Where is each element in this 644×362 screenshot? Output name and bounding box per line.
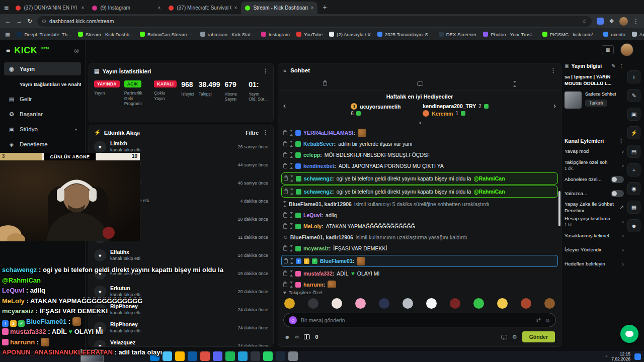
chat-username[interactable]: harrunn [303,282,325,288]
bookmark-item[interactable]: Photon - Your Trust... [483,32,535,37]
bookmark-item[interactable]: YouTube [296,32,323,37]
tab-search-icon[interactable]: ▦ [4,5,9,11]
shared-chat-icon[interactable]: ☻ [284,334,290,340]
gifter-name[interactable]: ucuyorsunmelih [360,104,400,110]
action-ai-moderation[interactable]: Yapay Zeka ile Sohbet Denetimi↗ [565,201,624,215]
bookmark-item[interactable]: DEX Screener [439,32,477,37]
bookmark-item[interactable]: PIGSMC - kick.com/... [542,32,597,37]
activity-menu-icon[interactable]: ⋮ [263,129,268,136]
emote-shortcut[interactable] [379,298,389,309]
translate-icon[interactable]: ⇄ [536,317,541,323]
emote-shortcut[interactable] [308,298,318,309]
bookmark-item[interactable]: Axiom [632,32,644,37]
delete-message-icon[interactable] [284,190,288,194]
broadcast-icon[interactable]: ◉ [627,182,640,195]
chat-username[interactable]: mustafa332 [303,270,334,277]
sidebar-item-revenue[interactable]: ▤ Gelir [4,93,81,106]
bookmark-item[interactable]: rahmican - Kick Stat... [200,32,255,37]
back-icon[interactable]: ← [5,18,11,25]
action-followers-only[interactable]: Takipçilere özel soh1 dk.› [565,158,624,172]
delete-message-icon[interactable] [283,224,287,229]
stream-info-menu-icon[interactable]: ⋮ [619,63,624,69]
delete-message-icon[interactable] [283,246,287,251]
clear-chat-icon[interactable] [323,81,327,86]
timeout-user-icon[interactable] [290,212,293,218]
collapse-chat-icon[interactable]: « [283,67,286,73]
taskbar-clock[interactable]: 12:15 7.02.2026 [611,351,630,361]
emote-shortcut[interactable] [403,298,413,309]
delete-message-icon[interactable] [283,283,287,287]
tab-close-icon[interactable]: × [311,5,314,11]
bookmark-item[interactable]: uxento [603,32,625,37]
browser-tab[interactable]: (37) Minecraft: Survival Games × [165,2,241,14]
channel-actions-menu-icon[interactable]: ⋮ [618,138,624,144]
bookmark-item[interactable]: Instagram [261,32,290,37]
timeout-user-icon[interactable] [290,258,293,264]
chat-emote-image[interactable] [357,257,365,265]
bookmark-item[interactable]: (2) Anasayfa / X [329,32,371,37]
chat-username[interactable]: KebabSever [303,141,336,147]
emote-shortcut[interactable] [497,298,508,309]
tray-expand-icon[interactable]: ^ [605,354,607,359]
delete-message-icon[interactable] [283,131,287,135]
gifters-prev-icon[interactable]: ‹ [281,101,288,110]
gifters-collapse-icon[interactable]: » [278,120,561,126]
delete-message-icon[interactable] [283,153,287,157]
community-icon[interactable]: ☻ [627,219,640,232]
bookmark-item[interactable]: RahmiCan Stream -... [140,32,194,37]
tab-close-icon[interactable]: × [158,5,161,11]
emote-shortcut[interactable] [426,298,437,309]
emote-shortcut[interactable] [473,298,484,309]
stats-menu-icon[interactable]: ⋮ [263,68,268,74]
apps-grid-icon[interactable]: ▦ [5,31,10,38]
reload-icon[interactable]: ↻ [27,18,32,25]
tab-close-icon[interactable]: × [82,5,85,11]
timeout-user-icon[interactable] [290,141,293,147]
quick-actions-icon[interactable]: ⚡ [627,126,640,139]
chat-mode-icon[interactable] [417,81,423,86]
tab-close-icon[interactable]: × [234,5,237,11]
green-heart-emote[interactable]: ♥ [351,270,355,277]
clips-icon[interactable]: ▣ [627,108,640,121]
emote-shortcut[interactable] [544,298,555,309]
user-avatar[interactable] [620,43,633,56]
activity-item[interactable]: ♥Elfatihxkanalı takip etti14 dakika önce [94,246,268,264]
edit-icon[interactable]: ✎ [627,89,640,102]
site-info-icon[interactable] [42,20,46,23]
sidebar-item-achievements[interactable]: ✪ Başarılar [4,108,81,121]
chat-username[interactable]: MeLoly [303,223,324,229]
action-emotes-only[interactable]: Yalnızca... [565,187,624,201]
chat-emote-image[interactable] [358,129,366,137]
identity-emoji-icon[interactable]: ☺ [289,316,297,324]
action-raid-viewers[interactable]: İzleyici Yönlendir› [565,243,624,257]
emote-shortcut[interactable] [450,298,460,309]
gifter-name[interactable]: Keremm [432,111,453,117]
sidebar-item-stream-keys[interactable]: Yayın Bağlantıları ve Anahtarı [4,77,81,90]
infinity-icon[interactable]: ∞ [295,334,299,340]
timeout-user-icon[interactable] [290,175,293,182]
stream-tools-icon[interactable]: ▦ [602,45,614,54]
payouts-icon[interactable]: ▦ [627,201,640,214]
timeout-user-icon[interactable] [290,152,293,158]
gift-sub-icon[interactable] [304,334,310,339]
action-account-age[interactable]: Hesap yaşı kısıtlama1 hf.› [565,215,624,229]
subscribers-only-toggle[interactable] [611,176,624,183]
bookmark-star-icon[interactable]: ☆ [582,18,587,25]
sidebar-item-stream[interactable]: ◉ Yayın [4,62,81,75]
chat-username[interactable]: BlueFlame01 [320,258,354,264]
chat-settings-gear-icon[interactable]: ⚙ [512,334,517,340]
timeout-user-icon[interactable] [290,245,293,251]
extension-icon[interactable] [597,18,604,25]
new-tab-button[interactable]: + [323,3,327,11]
action-banned-words[interactable]: Yasaklanmış kelimel› [565,229,624,243]
emotes-only-toggle[interactable] [611,190,624,197]
gifters-next-icon[interactable]: › [551,101,558,110]
chat-username[interactable]: schawengz [304,175,334,182]
info-icon[interactable]: i [627,70,640,83]
sidebar-item-studio[interactable]: ▣ Stüdyo ▾ [4,123,81,136]
emote-picker-icon[interactable]: ☺ [545,317,550,323]
chat-menu-icon[interactable]: ⋮ [550,67,556,74]
chat-input[interactable] [301,317,532,323]
emote-shortcut[interactable] [284,298,295,309]
timeout-user-icon[interactable] [290,270,293,277]
